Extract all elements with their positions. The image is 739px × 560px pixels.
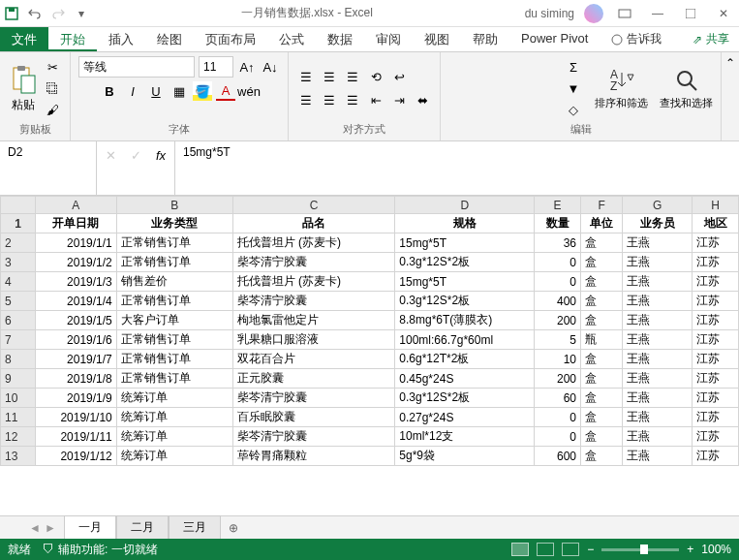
- cell[interactable]: 江苏: [693, 427, 739, 447]
- cell[interactable]: 柴芩清宁胶囊: [232, 292, 395, 311]
- cell[interactable]: 王燕: [623, 330, 693, 350]
- cell[interactable]: 柴芩清宁胶囊: [232, 389, 395, 408]
- col-header[interactable]: B: [116, 197, 232, 214]
- cell[interactable]: 0.3g*12S*2板: [395, 292, 535, 311]
- cell[interactable]: 枸地氯雷他定片: [232, 311, 395, 330]
- cell[interactable]: 开单日期: [35, 214, 116, 233]
- minimize-icon[interactable]: —: [646, 4, 669, 23]
- col-header[interactable]: F: [581, 197, 623, 214]
- cell[interactable]: 0: [535, 253, 581, 272]
- col-header[interactable]: D: [395, 197, 535, 214]
- underline-button[interactable]: U: [146, 81, 166, 101]
- cell[interactable]: 100ml:66.7g*60ml: [395, 330, 535, 350]
- cell[interactable]: 正元胶囊: [232, 369, 395, 389]
- zoom-level[interactable]: 100%: [701, 543, 731, 556]
- sheet-prev-icon[interactable]: ◄: [29, 521, 41, 535]
- cell[interactable]: 36: [535, 233, 581, 253]
- cell[interactable]: 盒: [581, 350, 623, 369]
- align-bottom-icon[interactable]: ☰: [343, 67, 362, 86]
- font-color-icon[interactable]: A: [216, 81, 235, 101]
- merge-icon[interactable]: ⬌: [413, 90, 432, 109]
- cut-icon[interactable]: ✂: [43, 57, 62, 77]
- cell[interactable]: 王燕: [623, 427, 693, 447]
- cell[interactable]: 2019/1/12: [35, 447, 116, 466]
- cell[interactable]: 王燕: [623, 350, 693, 369]
- zoom-out-icon[interactable]: −: [587, 543, 594, 556]
- cell[interactable]: 江苏: [693, 447, 739, 466]
- border-icon[interactable]: ▦: [169, 81, 189, 101]
- row-header[interactable]: 3: [1, 253, 36, 272]
- cell[interactable]: 数量: [535, 214, 581, 233]
- row-header[interactable]: 12: [1, 427, 36, 447]
- cell[interactable]: 2019/1/2: [35, 253, 116, 272]
- col-header[interactable]: C: [232, 197, 395, 214]
- zoom-slider[interactable]: [601, 548, 679, 551]
- col-header[interactable]: A: [35, 197, 116, 214]
- undo-icon[interactable]: [27, 6, 43, 21]
- cell[interactable]: 60: [535, 389, 581, 408]
- indent-increase-icon[interactable]: ⇥: [389, 90, 409, 109]
- sheet-tab[interactable]: 二月: [116, 515, 169, 540]
- cell[interactable]: 盒: [581, 369, 623, 389]
- user-name[interactable]: du siming: [525, 7, 574, 20]
- name-box[interactable]: D2: [0, 141, 97, 195]
- avatar[interactable]: [584, 4, 603, 23]
- cell[interactable]: 江苏: [693, 408, 739, 427]
- cell[interactable]: 柴芩清宁胶囊: [232, 253, 395, 272]
- cell[interactable]: 200: [535, 369, 581, 389]
- row-header[interactable]: 10: [1, 389, 36, 408]
- cell[interactable]: 王燕: [623, 292, 693, 311]
- cell[interactable]: 江苏: [693, 311, 739, 330]
- font-size-select[interactable]: [199, 56, 233, 78]
- col-header[interactable]: E: [535, 197, 581, 214]
- tab-review[interactable]: 审阅: [364, 27, 413, 51]
- close-icon[interactable]: ✕: [712, 4, 735, 23]
- cell[interactable]: 0.45g*24S: [395, 369, 535, 389]
- cell[interactable]: 瓶: [581, 330, 623, 350]
- cell[interactable]: 2019/1/4: [35, 292, 116, 311]
- cell[interactable]: 5g*9袋: [395, 447, 535, 466]
- cell[interactable]: 王燕: [623, 369, 693, 389]
- cell[interactable]: 2019/1/7: [35, 350, 116, 369]
- row-header[interactable]: 6: [1, 311, 36, 330]
- cell[interactable]: 盒: [581, 272, 623, 292]
- cell[interactable]: 10: [535, 350, 581, 369]
- tab-help[interactable]: 帮助: [461, 27, 509, 51]
- zoom-in-icon[interactable]: +: [687, 543, 693, 556]
- cell[interactable]: 江苏: [693, 330, 739, 350]
- page-break-view-icon[interactable]: [562, 543, 579, 556]
- tab-data[interactable]: 数据: [316, 27, 364, 51]
- tab-file[interactable]: 文件: [0, 27, 48, 51]
- redo-icon[interactable]: [50, 6, 66, 21]
- align-right-icon[interactable]: ☰: [343, 90, 362, 109]
- tab-view[interactable]: 视图: [413, 27, 461, 51]
- sheet-tab[interactable]: 一月: [64, 515, 116, 540]
- cell[interactable]: 统筹订单: [116, 427, 232, 447]
- cell[interactable]: 盒: [581, 233, 623, 253]
- formula-input[interactable]: 15mg*5T: [175, 141, 739, 195]
- sort-filter-button[interactable]: AZ 排序和筛选: [595, 67, 648, 110]
- align-middle-icon[interactable]: ☰: [320, 67, 339, 86]
- row-header[interactable]: 9: [1, 369, 36, 389]
- row-header[interactable]: 1: [1, 214, 36, 233]
- bold-button[interactable]: B: [100, 81, 119, 101]
- cell[interactable]: 王燕: [623, 408, 693, 427]
- cell[interactable]: 8.8mg*6T(薄膜衣): [395, 311, 535, 330]
- paste-button[interactable]: 粘贴: [8, 64, 39, 113]
- page-layout-view-icon[interactable]: [537, 543, 554, 556]
- cell[interactable]: 0: [535, 427, 581, 447]
- sheet-tab[interactable]: 三月: [169, 515, 221, 540]
- tab-formulas[interactable]: 公式: [267, 27, 316, 51]
- tab-draw[interactable]: 绘图: [145, 27, 194, 51]
- decrease-font-icon[interactable]: A↓: [261, 57, 280, 77]
- cell[interactable]: 0.3g*12S*2板: [395, 389, 535, 408]
- cell[interactable]: 盒: [581, 311, 623, 330]
- fill-color-icon[interactable]: 🪣: [193, 81, 212, 101]
- cell[interactable]: 百乐眠胶囊: [232, 408, 395, 427]
- cell[interactable]: 单位: [581, 214, 623, 233]
- cell[interactable]: 王燕: [623, 447, 693, 466]
- row-header[interactable]: 2: [1, 233, 36, 253]
- row-header[interactable]: 7: [1, 330, 36, 350]
- cell[interactable]: 2019/1/10: [35, 408, 116, 427]
- cell[interactable]: 柴芩清宁胶囊: [232, 427, 395, 447]
